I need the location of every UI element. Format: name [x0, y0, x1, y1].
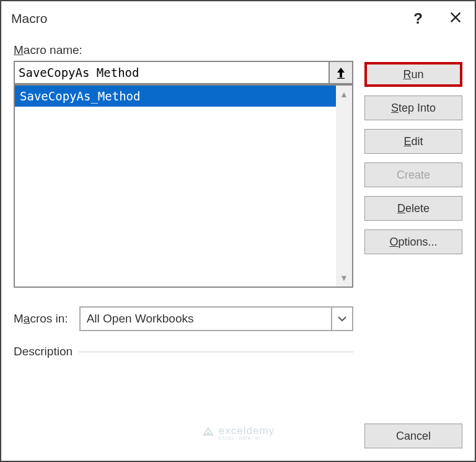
macro-name-label: Macro name: — [14, 43, 353, 57]
create-button: Create — [364, 162, 462, 187]
description-label: Description — [14, 345, 73, 358]
right-column: Run Step Into Edit Create Delete Options… — [364, 43, 462, 358]
scroll-up-icon[interactable]: ▲ — [340, 89, 348, 99]
macros-in-label: Macros in: — [14, 312, 68, 326]
scroll-down-icon[interactable]: ▼ — [340, 273, 348, 283]
macro-name-input[interactable] — [14, 61, 328, 84]
watermark-logo-icon — [201, 425, 215, 441]
list-item[interactable]: SaveCopyAs_Method — [15, 86, 336, 107]
title-controls: ? — [408, 7, 465, 30]
watermark: exceldemy EXCEL · DATA · BI — [201, 425, 275, 441]
description-divider — [79, 352, 353, 352]
delete-button[interactable]: Delete — [364, 196, 462, 221]
scrollbar[interactable]: ▲ ▼ — [336, 86, 352, 287]
macro-name-row — [14, 61, 353, 84]
step-into-button[interactable]: Step Into — [364, 96, 462, 120]
left-column: Macro name: SaveCopyAs_Method ▲ ▼ Macros… — [14, 43, 353, 358]
dialog-title: Macro — [11, 11, 408, 26]
macro-list[interactable]: SaveCopyAs_Method ▲ ▼ — [14, 84, 353, 288]
dialog-body: Macro name: SaveCopyAs_Method ▲ ▼ Macros… — [1, 36, 475, 371]
chevron-down-icon — [331, 308, 352, 330]
macros-in-row: Macros in: All Open Workbooks — [14, 306, 353, 331]
macros-in-select[interactable]: All Open Workbooks — [79, 306, 353, 331]
watermark-main: exceldemy — [219, 425, 275, 436]
cancel-area: Cancel — [364, 424, 462, 448]
help-icon[interactable]: ? — [408, 7, 428, 30]
close-icon[interactable] — [446, 8, 465, 29]
options-button[interactable]: Options... — [364, 229, 462, 254]
run-button[interactable]: Run — [364, 62, 462, 87]
watermark-sub: EXCEL · DATA · BI — [219, 436, 275, 440]
description-row: Description — [14, 345, 353, 358]
title-bar: Macro ? — [1, 1, 475, 36]
macro-list-content: SaveCopyAs_Method — [15, 86, 336, 287]
goto-macro-button[interactable] — [328, 61, 353, 84]
edit-button[interactable]: Edit — [364, 129, 462, 154]
macros-in-value: All Open Workbooks — [87, 312, 194, 326]
watermark-text: exceldemy EXCEL · DATA · BI — [219, 425, 275, 440]
cancel-button[interactable]: Cancel — [364, 424, 462, 448]
